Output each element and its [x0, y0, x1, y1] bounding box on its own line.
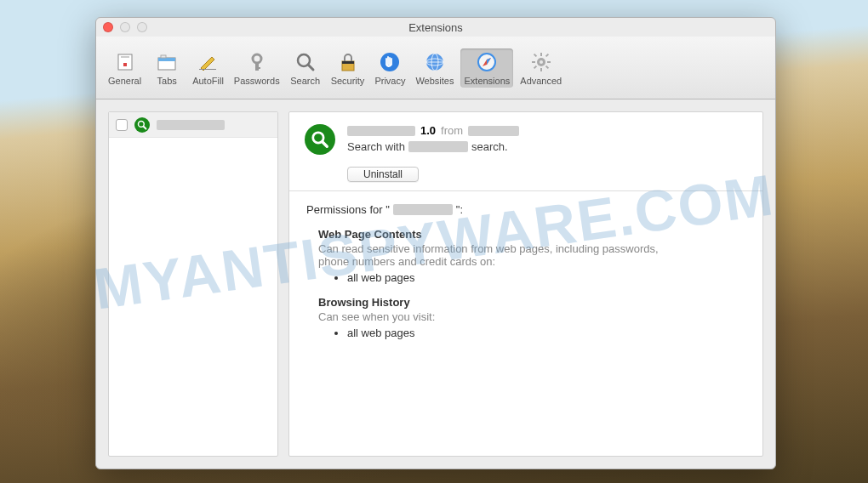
compass-icon: [475, 50, 499, 74]
tab-websites[interactable]: Websites: [412, 48, 457, 88]
globe-icon: [423, 50, 447, 74]
svg-line-33: [323, 142, 328, 147]
svg-rect-9: [255, 67, 260, 69]
tab-label: AutoFill: [192, 76, 224, 86]
gear-icon: [529, 50, 553, 74]
tab-label: Advanced: [520, 76, 562, 86]
extensions-list: [108, 111, 278, 457]
hand-icon: [378, 50, 402, 74]
detail-header: 1.0 from Search with search. Uninstall: [289, 112, 762, 191]
svg-rect-5: [161, 55, 166, 58]
svg-point-7: [253, 54, 261, 63]
svg-rect-22: [540, 68, 542, 71]
permission-heading: Web Page Contents: [318, 228, 745, 241]
key-icon: [245, 50, 269, 74]
permission-description: Can read sensitive information from web …: [318, 242, 659, 268]
permissions-title: Permissions for " ":: [306, 203, 745, 216]
svg-line-11: [308, 65, 313, 70]
tab-general[interactable]: General: [105, 48, 145, 88]
tab-label: Privacy: [374, 76, 405, 86]
tab-label: Websites: [415, 76, 454, 86]
svg-rect-1: [123, 63, 127, 66]
permission-item: all web pages: [347, 271, 745, 284]
extension-icon-large: [305, 124, 335, 155]
preferences-window: Extensions General Tabs AutoFill Passwor…: [95, 17, 776, 469]
svg-rect-27: [545, 53, 549, 56]
tab-security[interactable]: Security: [328, 48, 368, 88]
permission-heading: Browsing History: [318, 296, 745, 309]
svg-rect-13: [342, 61, 354, 64]
tab-label: Tabs: [157, 76, 177, 86]
tab-label: Passwords: [234, 76, 280, 86]
general-icon: [113, 50, 137, 74]
content-area: 1.0 from Search with search. Uninstall: [96, 99, 775, 469]
extension-author-redacted: [468, 126, 519, 136]
description-redacted: [408, 141, 468, 152]
svg-rect-8: [255, 62, 259, 71]
tab-autofill[interactable]: AutoFill: [189, 48, 227, 88]
window-title: Extensions: [96, 21, 775, 34]
search-icon: [294, 50, 317, 74]
tab-label: General: [108, 76, 141, 86]
tab-passwords[interactable]: Passwords: [231, 48, 283, 88]
permissions-section: Permissions for " ": Web Page Contents C…: [289, 191, 762, 351]
svg-rect-23: [532, 61, 535, 63]
lock-icon: [336, 50, 360, 74]
svg-rect-21: [540, 53, 542, 56]
enable-checkbox[interactable]: [116, 119, 128, 131]
tab-extensions[interactable]: Extensions: [460, 48, 513, 88]
extension-name-redacted: [157, 120, 225, 130]
svg-rect-24: [547, 61, 551, 63]
svg-point-29: [540, 60, 543, 64]
from-label: from: [441, 124, 463, 137]
autofill-icon: [196, 50, 220, 74]
svg-line-31: [144, 126, 146, 128]
tab-advanced[interactable]: Advanced: [517, 48, 565, 88]
tab-privacy[interactable]: Privacy: [371, 48, 408, 88]
extension-version: 1.0: [420, 124, 436, 137]
permission-description: Can see when you visit:: [318, 310, 659, 323]
extension-icon: [134, 117, 150, 133]
uninstall-button[interactable]: Uninstall: [347, 167, 419, 182]
svg-rect-6: [199, 69, 216, 70]
tab-label: Search: [290, 76, 320, 86]
svg-rect-26: [545, 65, 549, 68]
svg-rect-28: [534, 65, 537, 68]
tab-label: Security: [331, 76, 365, 86]
tab-search[interactable]: Search: [287, 48, 324, 88]
permission-item: all web pages: [347, 327, 745, 339]
tab-tabs[interactable]: Tabs: [148, 48, 186, 88]
titlebar: Extensions: [96, 18, 775, 37]
permissions-name-redacted: [393, 204, 453, 215]
tabs-icon: [155, 50, 179, 74]
extension-name-line: 1.0 from: [347, 124, 747, 137]
extension-row[interactable]: [109, 112, 277, 138]
extension-name-redacted: [347, 126, 415, 136]
permission-group: Web Page Contents Can read sensitive inf…: [318, 228, 745, 284]
tab-label: Extensions: [464, 76, 510, 86]
svg-rect-25: [534, 53, 537, 56]
svg-rect-4: [158, 58, 175, 61]
preferences-toolbar: General Tabs AutoFill Passwords Search: [96, 37, 775, 99]
extension-detail-panel: 1.0 from Search with search. Uninstall: [288, 111, 763, 457]
svg-rect-2: [121, 56, 129, 58]
permission-group: Browsing History Can see when you visit:…: [318, 296, 745, 339]
extension-description: Search with search.: [347, 140, 747, 153]
